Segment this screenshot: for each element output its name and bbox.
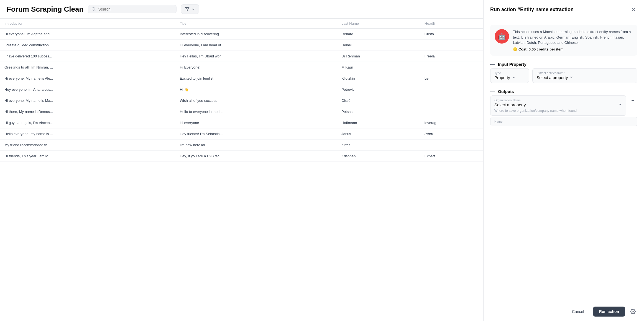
col-title: Title <box>175 19 337 29</box>
cell-introduction: I create guided construction... <box>0 40 175 51</box>
cell-headline: Interi <box>420 128 483 140</box>
table-row[interactable]: Hi everyone! I'm Agathe and...Interested… <box>0 29 483 40</box>
table-row[interactable]: Hi there, My name is Demos...Hello to ev… <box>0 106 483 117</box>
cell-lastname: M Kaur <box>337 62 420 73</box>
cell-title: Hi 👋 <box>175 84 337 95</box>
org-name-label: Organization Name <box>494 98 622 102</box>
cell-headline <box>420 140 483 151</box>
type-label: Type <box>494 71 525 75</box>
table-row[interactable]: Hi everyone, My name is Ma...Wish all of… <box>0 95 483 106</box>
close-button[interactable] <box>630 6 637 13</box>
cell-title: Interested in discovering ... <box>175 29 337 40</box>
col-headline: Headli <box>420 19 483 29</box>
search-bar[interactable] <box>88 5 177 13</box>
cell-lastname: Kliotzkin <box>337 73 420 84</box>
extract-dropdown[interactable]: Extract entities from * Select a propert… <box>532 68 637 83</box>
cell-headline <box>420 62 483 73</box>
run-action-button[interactable]: Run action <box>593 307 625 317</box>
table-row[interactable]: Hey everyone I'm Ana, a cus...Hi 👋Petrov… <box>0 84 483 95</box>
org-chevron-icon <box>618 102 622 106</box>
collapse-input-icon[interactable]: — <box>490 61 495 67</box>
cell-lastname: Hoffmann <box>337 117 420 128</box>
cell-title: Hi Everyone! <box>175 62 337 73</box>
svg-point-5 <box>632 311 634 312</box>
org-name-box[interactable]: Organization Name Select a property Wher… <box>490 95 626 116</box>
cell-introduction: Hey everyone I'm Ana, a cus... <box>0 84 175 95</box>
input-property-section: — Input Property Type Property Extra <box>490 61 637 83</box>
table-header-row: Introduction Title Last Name Headli <box>0 19 483 29</box>
cell-headline: Freela <box>420 51 483 62</box>
type-value: Property <box>494 75 510 80</box>
cell-title: I'm new here lol <box>175 140 337 151</box>
section-header-outputs: — Outputs <box>490 89 637 94</box>
cell-introduction: Hi friends, This year I am lo... <box>0 151 175 162</box>
table-row[interactable]: Hi friends, This year I am lo...Hey, If … <box>0 151 483 162</box>
table-row[interactable]: Hi everyone, My name is Ale...Excited to… <box>0 73 483 84</box>
close-icon <box>631 7 636 12</box>
section-header-input: — Input Property <box>490 61 637 67</box>
extract-value-row: Select a property <box>536 75 633 80</box>
settings-icon <box>630 309 636 314</box>
cell-title: Excited to join lemlist! <box>175 73 337 84</box>
cell-lastname: Janus <box>337 128 420 140</box>
name-label: Name <box>494 120 633 123</box>
add-org-output-button[interactable]: + <box>628 97 637 105</box>
robot-icon: 🤖 <box>495 29 509 44</box>
top-bar: Forum Scraping Clean <box>0 0 483 19</box>
col-lastname: Last Name <box>337 19 420 29</box>
cell-title: Hey, If you are a B2B tec... <box>175 151 337 162</box>
cell-headline: Le➡ <box>420 73 483 84</box>
settings-button[interactable] <box>628 307 637 316</box>
extract-value: Select a property <box>536 75 568 80</box>
cell-introduction: Hi everyone, My name is Ma... <box>0 95 175 106</box>
cell-introduction: I have delivered 100 succes... <box>0 51 175 62</box>
data-table: Introduction Title Last Name Headli Hi e… <box>0 19 483 162</box>
type-value-row: Property <box>494 75 525 80</box>
table-row[interactable]: My friend recommended th...I'm new here … <box>0 140 483 151</box>
cancel-button[interactable]: Cancel <box>566 307 590 317</box>
app-title: Forum Scraping Clean <box>7 5 83 14</box>
cell-lastname: Cissé <box>337 95 420 106</box>
cell-introduction: Greetings to all! I'm Nimran, ... <box>0 62 175 73</box>
left-panel: Forum Scraping Clean Introduction Title … <box>0 0 483 321</box>
name-field[interactable]: Name <box>490 117 637 126</box>
table-row[interactable]: I have delivered 100 succes...Hey Fellas… <box>0 51 483 62</box>
search-input[interactable] <box>98 7 173 11</box>
input-property-row: Type Property Extract entities from * Se… <box>490 68 637 83</box>
org-name-row: Organization Name Select a property Wher… <box>490 95 637 116</box>
coin-icon: 🪙 <box>513 47 517 51</box>
cell-lastname: Heinel <box>337 40 420 51</box>
info-text: This action uses a Machine Learning mode… <box>513 29 633 46</box>
panel-header: Run action #Entity name extraction <box>484 0 644 19</box>
svg-line-1 <box>94 10 95 11</box>
cell-title: Hi everyone, I am head of... <box>175 40 337 51</box>
cell-introduction: Hi guys and gals, I'm Vincen... <box>0 117 175 128</box>
search-icon <box>91 7 96 11</box>
table-row[interactable]: Hello everyone, my name is ...Hey friend… <box>0 128 483 140</box>
org-hint: Where to save organization/company name … <box>494 109 622 113</box>
org-name-value-row: Select a property <box>494 102 622 107</box>
panel-title: Run action #Entity name extraction <box>490 7 574 12</box>
type-dropdown[interactable]: Type Property <box>490 68 529 83</box>
extract-label: Extract entities from * <box>536 71 633 75</box>
cell-headline <box>420 84 483 95</box>
outputs-section: — Outputs Organization Name Select a pro… <box>490 89 637 126</box>
filter-button[interactable] <box>181 4 199 14</box>
collapse-outputs-icon[interactable]: — <box>490 89 495 94</box>
cell-title: Hello to everyone in the L... <box>175 106 337 117</box>
cell-headline: Expert <box>420 151 483 162</box>
table-row[interactable]: Greetings to all! I'm Nimran, ...Hi Ever… <box>0 62 483 73</box>
input-property-label: Input Property <box>498 62 527 67</box>
table-row[interactable]: Hi guys and gals, I'm Vincen...Hi everyo… <box>0 117 483 128</box>
extract-chevron-icon <box>569 75 573 79</box>
col-introduction: Introduction <box>0 19 175 29</box>
svg-marker-2 <box>186 7 189 11</box>
info-cost: 🪙 Cost: 0.05 credits per item <box>513 47 633 51</box>
filter-icon <box>185 7 190 11</box>
cell-lastname: Renard <box>337 29 420 40</box>
cell-introduction: Hi everyone! I'm Agathe and... <box>0 29 175 40</box>
table-row[interactable]: I create guided construction...Hi everyo… <box>0 40 483 51</box>
cell-headline <box>420 106 483 117</box>
cell-introduction: My friend recommended th... <box>0 140 175 151</box>
cell-introduction: Hi everyone, My name is Ale... <box>0 73 175 84</box>
